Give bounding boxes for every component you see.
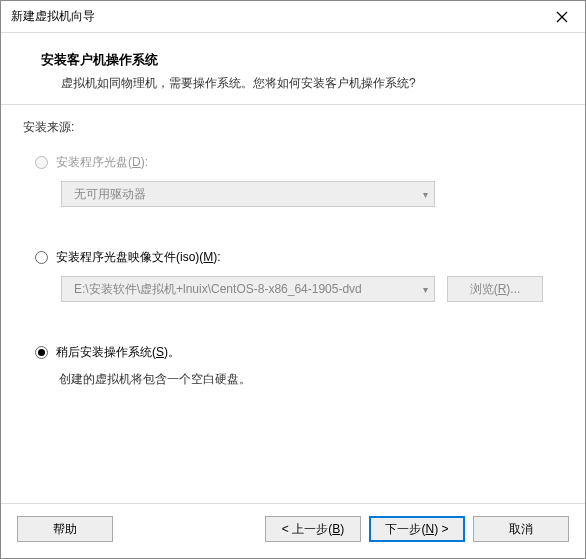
iso-path-value: E:\安装软件\虚拟机+lnuix\CentOS-8-x86_64-1905-d…: [74, 281, 362, 298]
iso-path-dropdown: E:\安装软件\虚拟机+lnuix\CentOS-8-x86_64-1905-d…: [61, 276, 435, 302]
chevron-down-icon: ▾: [423, 284, 428, 295]
wizard-subheading: 虚拟机如同物理机，需要操作系统。您将如何安装客户机操作系统?: [41, 75, 555, 92]
browse-button: 浏览(R)...: [447, 276, 543, 302]
wizard-heading: 安装客户机操作系统: [41, 51, 555, 69]
wizard-header: 安装客户机操作系统 虚拟机如同物理机，需要操作系统。您将如何安装客户机操作系统?: [1, 33, 585, 104]
help-button[interactable]: 帮助: [17, 516, 113, 542]
option-disc-label: 安装程序光盘(D):: [56, 154, 148, 171]
chevron-down-icon: ▾: [423, 189, 428, 200]
option-installer-disc: 安装程序光盘(D): 无可用驱动器 ▾: [23, 154, 563, 207]
disc-drive-dropdown: 无可用驱动器 ▾: [61, 181, 435, 207]
radio-iso-file[interactable]: [35, 251, 48, 264]
window-title: 新建虚拟机向导: [11, 8, 95, 25]
back-button[interactable]: < 上一步(B): [265, 516, 361, 542]
radio-install-later[interactable]: [35, 346, 48, 359]
close-icon: [556, 11, 568, 23]
option-install-later[interactable]: 稍后安装操作系统(S)。 创建的虚拟机将包含一个空白硬盘。: [23, 344, 563, 388]
option-iso-row[interactable]: 安装程序光盘映像文件(iso)(M):: [35, 249, 563, 266]
next-button[interactable]: 下一步(N) >: [369, 516, 465, 542]
install-source-label: 安装来源:: [23, 119, 563, 136]
disc-drive-value: 无可用驱动器: [74, 186, 146, 203]
option-disc-row: 安装程序光盘(D):: [35, 154, 563, 171]
option-later-row[interactable]: 稍后安装操作系统(S)。: [35, 344, 563, 361]
option-iso-label: 安装程序光盘映像文件(iso)(M):: [56, 249, 221, 266]
option-iso-file[interactable]: 安装程序光盘映像文件(iso)(M): E:\安装软件\虚拟机+lnuix\Ce…: [23, 249, 563, 302]
close-button[interactable]: [539, 1, 585, 33]
cancel-button[interactable]: 取消: [473, 516, 569, 542]
titlebar: 新建虚拟机向导: [1, 1, 585, 33]
content-area: 安装来源: 安装程序光盘(D): 无可用驱动器 ▾ 安装程序光盘映像文件(iso…: [1, 105, 585, 503]
wizard-footer: 帮助 < 上一步(B) 下一步(N) > 取消: [1, 503, 585, 558]
option-later-label: 稍后安装操作系统(S)。: [56, 344, 180, 361]
install-later-hint: 创建的虚拟机将包含一个空白硬盘。: [59, 371, 563, 388]
radio-installer-disc: [35, 156, 48, 169]
